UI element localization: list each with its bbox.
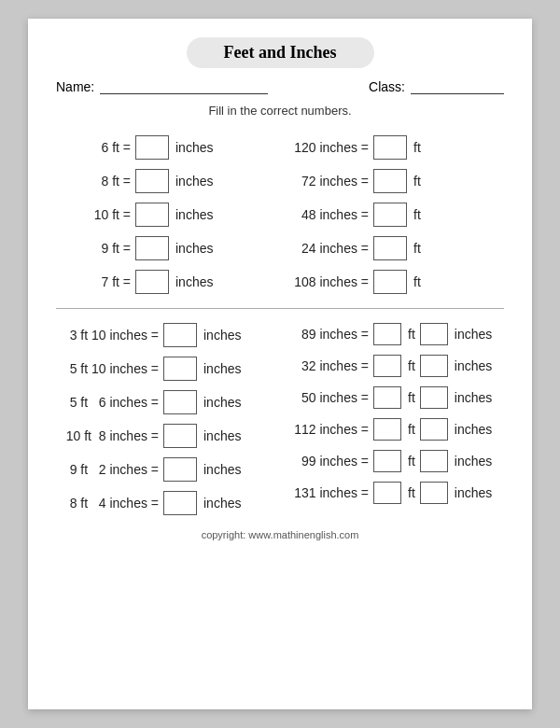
answer-box[interactable] — [373, 169, 407, 193]
problem-label: 48 inches = — [285, 207, 369, 222]
name-class-row: Name: Class: — [56, 79, 504, 94]
class-field: Class: — [369, 79, 504, 94]
answer-box[interactable] — [420, 418, 448, 441]
unit-label: inches — [455, 358, 492, 373]
list-item: 24 inches = ft — [285, 231, 504, 265]
problem-label: 89 inches = — [285, 327, 369, 342]
unit-label: inches — [203, 361, 241, 376]
unit-label: inches — [455, 327, 492, 342]
problem-label: 120 inches = — [285, 140, 369, 155]
answer-box[interactable] — [373, 270, 407, 294]
answer-box[interactable] — [373, 135, 407, 160]
problem-label: 10 ft = — [56, 207, 131, 222]
answer-box[interactable] — [135, 135, 169, 160]
unit-label: inches — [203, 328, 241, 343]
answer-box[interactable] — [163, 424, 197, 448]
list-item: 9 ft = inches — [56, 231, 275, 265]
answer-box[interactable] — [373, 323, 401, 345]
section1-left: 6 ft = inches 8 ft = inches 10 ft = inch… — [56, 131, 275, 299]
instruction: Fill in the correct numbers. — [56, 104, 504, 118]
answer-box[interactable] — [135, 236, 169, 260]
worksheet-title: Feet and Inches — [187, 37, 374, 68]
answer-box[interactable] — [420, 482, 448, 504]
class-underline[interactable] — [411, 79, 504, 94]
answer-box[interactable] — [135, 270, 169, 294]
unit-label: inches — [203, 428, 241, 443]
section-divider — [56, 308, 504, 309]
unit-label: inches — [175, 274, 213, 289]
problem-label: 5 ft 10 inches = — [56, 361, 159, 376]
answer-box[interactable] — [163, 357, 197, 381]
answer-box[interactable] — [373, 355, 401, 377]
problem-label: 9 ft 2 inches = — [56, 462, 159, 477]
problem-label: 3 ft 10 inches = — [56, 328, 159, 343]
unit-label: inches — [175, 207, 213, 222]
answer-box[interactable] — [420, 450, 448, 472]
answer-box[interactable] — [163, 457, 197, 482]
unit-label: inches — [455, 485, 492, 500]
class-label: Class: — [369, 79, 405, 94]
unit-label: ft — [413, 241, 421, 256]
unit-label: inches — [455, 422, 492, 437]
list-item: 32 inches = ft inches — [285, 350, 504, 382]
unit-label: inches — [175, 174, 213, 189]
answer-box[interactable] — [135, 169, 169, 193]
unit-label: ft — [413, 274, 421, 289]
answer-box[interactable] — [420, 323, 448, 345]
problem-label: 5 ft 6 inches = — [56, 395, 159, 410]
problem-label: 108 inches = — [285, 274, 369, 289]
answer-box[interactable] — [373, 386, 401, 409]
section2-grid: 3 ft 10 inches = inches 5 ft 10 inches =… — [56, 318, 504, 520]
answer-box[interactable] — [163, 491, 197, 515]
problem-label: 32 inches = — [285, 358, 369, 373]
worksheet: Feet and Inches Name: Class: Fill in the… — [28, 19, 532, 709]
answer-box[interactable] — [373, 236, 407, 260]
answer-box[interactable] — [373, 418, 401, 441]
answer-box[interactable] — [373, 450, 401, 472]
list-item: 112 inches = ft inches — [285, 413, 504, 445]
unit-label: ft — [408, 327, 415, 342]
section2-left: 3 ft 10 inches = inches 5 ft 10 inches =… — [56, 318, 275, 520]
unit-label: inches — [203, 395, 241, 410]
copyright: copyright: www.mathinenglish.com — [56, 529, 504, 540]
section2: 3 ft 10 inches = inches 5 ft 10 inches =… — [56, 318, 504, 520]
section1-grid: 6 ft = inches 8 ft = inches 10 ft = inch… — [56, 131, 504, 299]
unit-label: ft — [408, 390, 415, 405]
unit-label: ft — [408, 358, 415, 373]
list-item: 6 ft = inches — [56, 131, 275, 164]
unit-label: inches — [203, 462, 241, 477]
unit-label: inches — [455, 454, 492, 469]
unit-label: inches — [175, 241, 213, 256]
list-item: 3 ft 10 inches = inches — [56, 318, 275, 352]
problem-label: 50 inches = — [285, 390, 369, 405]
problem-label: 112 inches = — [285, 422, 369, 437]
name-underline[interactable] — [100, 79, 268, 94]
unit-label: inches — [455, 390, 492, 405]
unit-label: ft — [408, 422, 415, 437]
problem-label: 131 inches = — [285, 485, 369, 500]
answer-box[interactable] — [163, 390, 197, 414]
answer-box[interactable] — [420, 355, 448, 377]
problem-label: 10 ft 8 inches = — [56, 428, 159, 443]
answer-box[interactable] — [135, 203, 169, 227]
unit-label: ft — [413, 207, 421, 222]
list-item: 9 ft 2 inches = inches — [56, 453, 275, 486]
problem-label: 72 inches = — [285, 174, 369, 189]
list-item: 72 inches = ft — [285, 164, 504, 198]
list-item: 131 inches = ft inches — [285, 477, 504, 509]
list-item: 120 inches = ft — [285, 131, 504, 164]
answer-box[interactable] — [420, 386, 448, 409]
unit-label: ft — [408, 485, 415, 500]
name-label: Name: — [56, 79, 94, 94]
list-item: 8 ft = inches — [56, 164, 275, 198]
problem-label: 6 ft = — [56, 140, 131, 155]
list-item: 48 inches = ft — [285, 198, 504, 231]
answer-box[interactable] — [373, 203, 407, 227]
list-item: 108 inches = ft — [285, 265, 504, 299]
answer-box[interactable] — [163, 323, 197, 347]
unit-label: ft — [413, 140, 421, 155]
list-item: 99 inches = ft inches — [285, 445, 504, 477]
answer-box[interactable] — [373, 482, 401, 504]
title-wrap: Feet and Inches — [56, 37, 504, 68]
list-item: 10 ft = inches — [56, 198, 275, 231]
